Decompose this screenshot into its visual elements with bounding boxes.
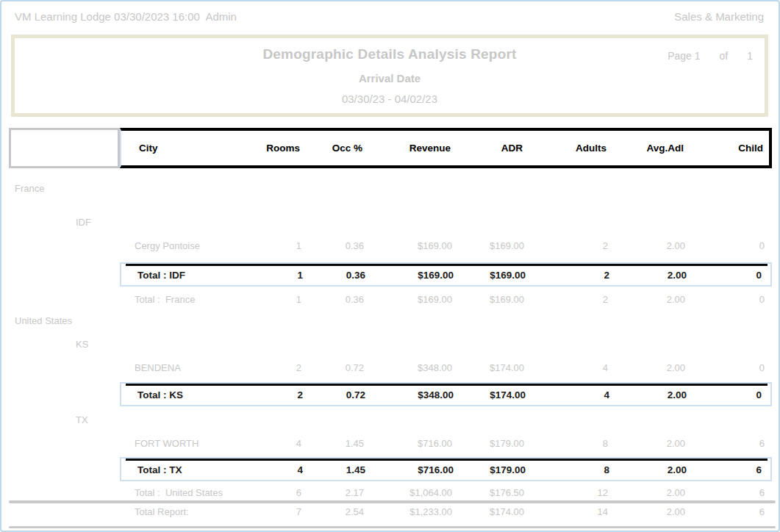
child-value: 0 xyxy=(687,270,762,281)
adr-value: $174.00 xyxy=(452,507,524,517)
revenue-value: $169.00 xyxy=(364,295,452,305)
city-name: Cergy Pontoise xyxy=(120,241,252,251)
adults-value: 12 xyxy=(524,488,608,498)
top-bar-property-info: VM Learning Lodge 03/30/2023 16:00 Admin xyxy=(15,10,237,23)
rooms-value: 1 xyxy=(254,270,303,281)
adults-value: 4 xyxy=(524,363,608,373)
city-name: BENDENA xyxy=(120,363,252,373)
revenue-value: $169.00 xyxy=(365,270,454,281)
avgadl-value: 2.00 xyxy=(608,241,685,251)
total-label: Total : IDF xyxy=(126,270,254,281)
report-title: Demographic Details Analysis Report xyxy=(15,46,765,62)
rooms-value: 2 xyxy=(252,363,301,373)
state-label: KS xyxy=(76,339,120,350)
adr-value: $169.00 xyxy=(454,270,526,281)
state-total-row: Total : IDF 1 0.36 $169.00 $169.00 2 2.0… xyxy=(120,262,772,287)
revenue-value: $348.00 xyxy=(365,389,454,400)
adults-value: 2 xyxy=(524,295,608,305)
group-label-state: TX xyxy=(7,415,779,425)
child-value: 6 xyxy=(687,464,762,475)
adr-value: $174.00 xyxy=(452,363,524,373)
avgadl-value: 2.00 xyxy=(608,363,685,373)
rooms-value: 1 xyxy=(252,241,301,251)
child-value: 6 xyxy=(685,439,765,449)
top-bar: VM Learning Lodge 03/30/2023 16:00 Admin… xyxy=(1,1,779,23)
table-row-city: Cergy Pontoise 1 0.36 $169.00 $169.00 2 … xyxy=(7,241,779,251)
top-bar-department: Sales & Marketing xyxy=(674,10,764,23)
column-header-adr: ADR xyxy=(451,143,523,154)
rooms-value: 4 xyxy=(254,464,303,475)
country-label: United States xyxy=(7,315,76,326)
occ-value: 0.72 xyxy=(301,363,364,373)
group-label-state: IDF xyxy=(7,218,779,228)
rooms-value: 4 xyxy=(252,439,301,449)
child-value: 0 xyxy=(685,295,765,305)
country-total-row: Total : United States 6 2.17 $1,064.00 $… xyxy=(7,488,779,498)
page-number-label: Page 1 xyxy=(668,50,700,62)
rooms-value: 2 xyxy=(254,389,303,400)
occ-value: 1.45 xyxy=(301,439,364,449)
column-header-avgadl: Avg.Adl xyxy=(607,143,684,154)
adr-value: $174.00 xyxy=(454,389,526,400)
city-name: FORT WORTH xyxy=(120,439,252,449)
column-header-city: City xyxy=(121,143,251,154)
separator-line xyxy=(9,500,776,503)
occ-value: 0.36 xyxy=(303,270,365,281)
occ-value: 2.54 xyxy=(301,507,364,517)
child-value: 0 xyxy=(685,241,765,251)
country-total-row: Total : France 1 0.36 $169.00 $169.00 2 … xyxy=(7,295,779,305)
separator-line xyxy=(9,526,776,528)
table-row-city: FORT WORTH 4 1.45 $716.00 $179.00 8 2.00… xyxy=(7,439,779,449)
column-header-rooms: Rooms xyxy=(251,143,300,154)
group-label-country: United States xyxy=(7,315,779,336)
table-header-box: City Rooms Occ % Revenue ADR Adults Avg.… xyxy=(120,128,772,168)
total-label: Total : France xyxy=(120,295,252,305)
total-label: Total : KS xyxy=(126,389,254,400)
adults-value: 4 xyxy=(526,389,609,400)
adr-value: $169.00 xyxy=(452,295,524,305)
adults-value: 2 xyxy=(526,270,609,281)
adr-value: $176.50 xyxy=(452,488,524,498)
country-label: France xyxy=(7,183,76,194)
adults-value: 8 xyxy=(524,439,608,449)
occ-value: 0.36 xyxy=(301,241,364,251)
state-label: IDF xyxy=(76,218,120,228)
adr-value: $179.00 xyxy=(452,439,524,449)
occ-value: 0.72 xyxy=(303,389,365,400)
avgadl-value: 2.00 xyxy=(608,439,685,449)
revenue-value: $348.00 xyxy=(364,363,452,373)
page-indicator: Page 1 of 1 xyxy=(668,50,753,62)
column-header-revenue: Revenue xyxy=(362,143,451,154)
state-total-row: Total : KS 2 0.72 $348.00 $174.00 4 2.00… xyxy=(120,382,772,406)
state-total-row: Total : TX 4 1.45 $716.00 $179.00 8 2.00… xyxy=(120,457,772,481)
table-header-row: City Rooms Occ % Revenue ADR Adults Avg.… xyxy=(7,128,779,168)
adults-value: 2 xyxy=(524,241,608,251)
report-total-row: Total Report: 7 2.54 $1,233.00 $174.00 1… xyxy=(7,507,779,517)
total-label: Total : United States xyxy=(120,488,252,498)
revenue-value: $1,233.00 xyxy=(364,507,452,517)
child-value: 6 xyxy=(685,488,765,498)
revenue-value: $716.00 xyxy=(365,464,454,475)
group-label-state: KS xyxy=(7,339,779,350)
rooms-value: 6 xyxy=(252,488,301,498)
rooms-value: 7 xyxy=(252,507,301,517)
column-header-child: Child xyxy=(684,143,763,154)
column-header-occ: Occ % xyxy=(300,143,362,154)
avgadl-value: 2.00 xyxy=(608,295,685,305)
group-label-country: France xyxy=(7,183,779,204)
report-subtitle: Arrival Date xyxy=(15,72,765,85)
report-date-range: 03/30/23 - 04/02/23 xyxy=(15,93,765,105)
occ-value: 2.17 xyxy=(301,488,364,498)
adults-value: 8 xyxy=(526,464,609,475)
total-label: Total : TX xyxy=(126,464,254,475)
table-row-city: BENDENA 2 0.72 $348.00 $174.00 4 2.00 0 xyxy=(7,363,779,373)
state-label: TX xyxy=(76,415,120,425)
page-total: 1 xyxy=(747,50,753,62)
revenue-value: $169.00 xyxy=(364,241,452,251)
rooms-value: 1 xyxy=(252,295,301,305)
adr-value: $169.00 xyxy=(452,241,524,251)
report-header-box: Demographic Details Analysis Report Page… xyxy=(11,35,768,117)
child-value: 0 xyxy=(685,363,765,373)
avgadl-value: 2.00 xyxy=(609,270,687,281)
page-of-label: of xyxy=(720,50,729,62)
